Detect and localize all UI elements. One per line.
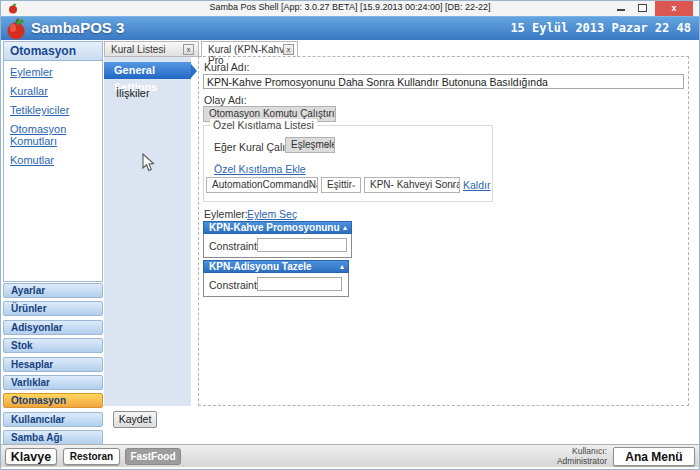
app-header: SambaPOS 3 15 Eylül 2013 Pazar 22 48 (1, 16, 699, 40)
action-panel: KPN-Kahve Promosyonunu Kapat ▴ Constrain… (203, 221, 352, 258)
sidebar-item-urunler[interactable]: Ürünler (3, 301, 103, 316)
close-icon[interactable]: x (655, 1, 693, 16)
settings-tab-column: General Settings İlişkiler (104, 57, 191, 406)
action-body: Constraint: (203, 234, 352, 258)
sidebar-item-samba-agi[interactable]: Samba Ağı (3, 430, 103, 445)
sidebar-accordion: Ayarlar Ürünler Adisyonlar Stok Hesaplar… (3, 283, 103, 449)
constraint-operator-value: Eşittir (327, 179, 352, 190)
chevron-down-icon: ⌄ (449, 178, 456, 192)
event-name-value: Otomasyon Komutu Çalıştırıldı (209, 108, 336, 119)
apple-logo-icon (6, 18, 26, 40)
sidebar-item-stok[interactable]: Stok (3, 338, 103, 353)
mouse-cursor (142, 153, 155, 172)
sidebar-nav-panel: Otomasyon Eylemler Kurallar Tetikleyicil… (3, 41, 103, 282)
tab-general-settings[interactable]: General Settings (104, 62, 191, 79)
constraint-operator-select[interactable]: Eşittir ⌄ (321, 177, 361, 193)
match-select[interactable]: Eşleşmeler ⌄ (285, 137, 335, 153)
current-user: Kullanıcı: Administrator (557, 447, 607, 466)
constraint-label: Constraint: (209, 240, 260, 252)
chevron-down-icon: ⌄ (350, 178, 357, 192)
tab-label: Kural Listesi (111, 44, 165, 55)
sidebar-item-adisyonlar[interactable]: Adisyonlar (3, 320, 103, 335)
sidebar-section-title: Otomasyon (4, 42, 102, 61)
constraint-group-title: Özel Kısıtlama Listesi (210, 119, 317, 131)
sidebar-item-kullanicilar[interactable]: Kullanıcılar (3, 412, 103, 427)
action-header[interactable]: KPN-Adisyonu Tazele ▴ (203, 260, 349, 273)
sidebar-item-varliklar[interactable]: Varlıklar (3, 375, 103, 390)
window-title: Samba Pos Shell [App: 3.0.27 BETA] [15.9… (1, 2, 699, 12)
chevron-down-icon: ⌄ (307, 178, 314, 192)
sidebar-link-komutlar[interactable]: Komutlar (4, 149, 102, 168)
collapse-up-icon[interactable]: ▴ (343, 222, 347, 234)
sidebar-link-otomasyon-komutlari[interactable]: Otomasyon Komutları (4, 118, 102, 149)
constraint-field-value: AutomationCommandName (212, 179, 318, 190)
action-constraint-input[interactable] (257, 238, 347, 252)
constraint-value-select[interactable]: KPN- Kahveyi Sonra Ver ⌄ (364, 177, 460, 193)
constraint-label: Constraint: (209, 279, 260, 291)
add-constraint-link[interactable]: Özel Kısıtlama Ekle (214, 163, 306, 175)
app-title: SambaPOS 3 (31, 19, 124, 36)
action-constraint-input[interactable] (257, 277, 342, 291)
app-window: Samba Pos Shell [App: 3.0.27 BETA] [15.9… (0, 0, 700, 470)
keyboard-button[interactable]: Klavye (5, 448, 57, 465)
close-tab-icon[interactable]: x (283, 44, 294, 55)
sidebar-item-hesaplar[interactable]: Hesaplar (3, 357, 103, 372)
chevron-down-icon: ⌄ (324, 138, 331, 152)
event-name-label: Olay Adı: (204, 94, 247, 106)
fastfood-button[interactable]: FastFood (125, 448, 181, 465)
action-body: Constraint: (203, 273, 349, 297)
constraint-field-select[interactable]: AutomationCommandName ⌄ (206, 177, 318, 193)
sidebar-link-kurallar[interactable]: Kurallar (4, 80, 102, 99)
select-action-link[interactable]: Eylem Seç (247, 208, 297, 220)
header-datetime: 15 Eylül 2013 Pazar 22 48 (510, 21, 691, 35)
main-menu-button[interactable]: Ana Menü (613, 447, 695, 466)
minimize-icon[interactable] (617, 9, 625, 11)
rule-form: Kural Adı: Olay Adı: Otomasyon Komutu Ça… (198, 56, 689, 406)
chevron-down-icon: ⌄ (325, 107, 332, 121)
constraint-value-value: KPN- Kahveyi Sonra Ver (370, 179, 460, 190)
title-bar: Samba Pos Shell [App: 3.0.27 BETA] [15.9… (1, 1, 699, 16)
user-name: Administrator (557, 457, 607, 467)
status-bar: Klavye Restoran FastFood Kullanıcı: Admi… (1, 444, 699, 467)
restoran-button[interactable]: Restoran (63, 448, 120, 465)
remove-constraint-link[interactable]: Kaldır (463, 179, 490, 191)
tab-iliskiler[interactable]: İlişkiler (104, 87, 191, 103)
collapse-up-icon[interactable]: ▴ (340, 261, 344, 273)
tab-kural-kpn-kahve[interactable]: Kural (KPN-Kahve Pro x (201, 41, 298, 57)
save-button[interactable]: Kaydet (113, 411, 157, 428)
sidebar-item-otomasyon[interactable]: Otomasyon (3, 393, 103, 408)
rule-name-input[interactable] (203, 74, 684, 89)
close-tab-icon[interactable]: x (183, 44, 194, 55)
rule-name-label: Kural Adı: (204, 61, 250, 73)
sidebar-link-tetikleyiciler[interactable]: Tetikleyiciler (4, 99, 102, 118)
tab-kural-listesi[interactable]: Kural Listesi x (104, 41, 199, 57)
action-header[interactable]: KPN-Kahve Promosyonunu Kapat ▴ (203, 221, 352, 234)
action-panel: KPN-Adisyonu Tazele ▴ Constraint: (203, 260, 349, 297)
actions-label: Eylemler: (204, 208, 248, 220)
constraint-group: Özel Kısıtlama Listesi Eğer Kural Çalışı… (203, 125, 493, 202)
maximize-icon[interactable] (638, 4, 647, 12)
action-title: KPN-Adisyonu Tazele (209, 261, 312, 272)
sidebar-item-ayarlar[interactable]: Ayarlar (3, 283, 103, 298)
sidebar-link-eylemler[interactable]: Eylemler (4, 61, 102, 80)
